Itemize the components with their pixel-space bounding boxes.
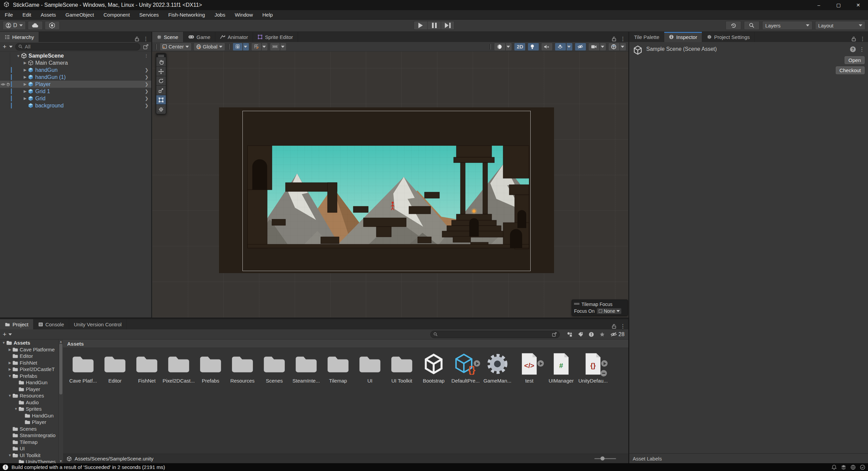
menu-window[interactable]: Window (230, 10, 257, 20)
scene-audio-button[interactable] (541, 43, 553, 51)
gizmos-button[interactable] (608, 43, 620, 51)
tab-project-settings[interactable]: Project Settings (702, 32, 755, 42)
alert-filter-icon[interactable] (589, 332, 594, 337)
asset-item-fishnet[interactable]: FishNet (131, 351, 163, 386)
step-button[interactable] (441, 21, 454, 30)
draw-mode-button[interactable] (494, 43, 506, 51)
toggle-2d-button[interactable]: 2D (514, 43, 526, 51)
overlay-drag-handle[interactable] (574, 304, 579, 305)
help-icon[interactable]: ? (850, 46, 856, 52)
grid-snapping-dropdown[interactable] (262, 43, 268, 51)
picking-hand-icon[interactable] (6, 82, 10, 86)
hierarchy-item-handgun-1-[interactable]: ▶handGun (1)❯ (0, 74, 151, 81)
lock-icon[interactable] (134, 36, 140, 42)
menu-assets[interactable]: Assets (36, 10, 61, 20)
move-tool-button[interactable] (156, 67, 166, 76)
panel-menu-icon[interactable]: ⋮ (143, 36, 149, 42)
expander-icon[interactable]: ▼ (16, 54, 21, 58)
tree-folder-editor[interactable]: Editor (0, 353, 58, 360)
filter-by-label-icon[interactable] (578, 332, 583, 337)
effects-dropdown[interactable] (567, 43, 573, 51)
expander-icon[interactable]: ▶ (22, 75, 28, 79)
focus-on-dropdown[interactable]: None (597, 308, 622, 314)
palette-drag-handle[interactable] (158, 55, 164, 56)
account-button[interactable]: D (3, 21, 26, 30)
hierarchy-search-input[interactable]: All (15, 43, 140, 50)
thumbnail-size-slider[interactable] (594, 458, 616, 459)
menu-jobs[interactable]: Jobs (210, 10, 230, 20)
prefab-open-arrow[interactable]: ❯ (145, 89, 149, 94)
hidden-items-toggle[interactable]: 28 (610, 331, 625, 337)
hierarchy-item-background[interactable]: background❯ (0, 102, 151, 109)
asset-open-badge[interactable] (601, 360, 608, 367)
tab-game[interactable]: Game (183, 32, 216, 42)
tree-folder-player[interactable]: Player (0, 419, 58, 426)
asset-item-cave-platf-[interactable]: Cave Platf... (67, 351, 99, 386)
tree-folder-handgun[interactable]: HandGun (0, 379, 58, 386)
asset-open-badge[interactable] (537, 360, 544, 367)
tab-inspector[interactable]: Inspector (664, 32, 702, 42)
grid-snap-dropdown[interactable] (243, 43, 249, 51)
asset-labels-section[interactable]: Asset Labels (629, 453, 868, 463)
tab-hierarchy[interactable]: Hierarchy (0, 32, 39, 42)
tab-sprite-editor[interactable]: Sprite Editor (253, 32, 298, 42)
lock-icon[interactable] (611, 324, 617, 329)
hierarchy-item-grid-1[interactable]: ▶Grid 1❯ (0, 88, 151, 95)
draw-mode-dropdown[interactable] (506, 43, 512, 51)
menu-component[interactable]: Component (99, 10, 135, 20)
tab-project[interactable]: Project (0, 319, 34, 329)
tab-unity-version-control[interactable]: Unity Version Control (69, 319, 127, 329)
panel-menu-icon[interactable]: ⋮ (620, 323, 626, 329)
prefab-open-arrow[interactable]: ❯ (145, 75, 149, 80)
prefab-open-arrow[interactable]: ❯ (145, 82, 149, 87)
inspector-menu-icon[interactable]: ⋮ (859, 46, 865, 53)
scene-visibility-button[interactable] (575, 43, 586, 51)
hierarchy-item-samplescene[interactable]: ▼SampleScene⋮ (0, 52, 151, 59)
menu-help[interactable]: Help (258, 10, 278, 20)
tree-folder-handgun[interactable]: HandGun (0, 412, 58, 419)
tab-animator[interactable]: Animator (215, 32, 253, 42)
tree-folder-fishnet[interactable]: ▶FishNet (0, 360, 58, 366)
tree-folder-audio[interactable]: Audio (0, 399, 58, 406)
notifications-icon[interactable] (831, 465, 837, 470)
minimize-button[interactable]: – (809, 0, 829, 10)
tree-folder-tilemap[interactable]: Tilemap (0, 439, 58, 446)
snap-increment-dropdown[interactable] (280, 43, 287, 51)
visibility-gutter[interactable] (0, 102, 10, 109)
transform-tool-button[interactable] (156, 105, 166, 114)
gizmos-dropdown[interactable] (620, 43, 626, 51)
asset-item-resources[interactable]: Resources (226, 351, 258, 386)
expander-icon[interactable]: ▼ (7, 374, 12, 378)
tree-folder-assets[interactable]: ▼Assets (0, 340, 58, 346)
layers-dropdown[interactable]: Layers (762, 21, 812, 30)
asset-item-uimanager[interactable]: #UIManager (545, 351, 577, 386)
panel-menu-icon[interactable]: ⋮ (860, 36, 865, 42)
visibility-gutter[interactable] (0, 59, 10, 66)
asset-item-prefabs[interactable]: Prefabs (195, 351, 226, 386)
scrollbar-thumb[interactable] (59, 344, 62, 394)
asset-item-pixel2dcast-[interactable]: Pixel2DCast... (163, 351, 195, 386)
close-button[interactable]: ✕ (848, 0, 868, 10)
tab-tile-palette[interactable]: Tile Palette (629, 32, 664, 42)
breadcrumb-path[interactable]: Assets/Scenes/SampleScene.unity (75, 456, 154, 462)
menu-file[interactable]: File (0, 10, 18, 20)
visibility-gutter[interactable] (0, 95, 10, 102)
hand-tool-button[interactable] (156, 57, 166, 66)
expander-icon[interactable]: ▶ (7, 348, 12, 351)
network-status-icon[interactable] (850, 465, 856, 470)
chevron-down-icon[interactable] (8, 333, 12, 335)
tool-pivot-button[interactable]: Center (160, 43, 192, 51)
menu-fish-networking[interactable]: Fish-Networking (163, 10, 210, 20)
pick-window-icon[interactable] (143, 44, 149, 49)
visibility-gutter[interactable] (0, 74, 10, 81)
tree-folder-steamintegratio[interactable]: SteamIntegratio (0, 432, 58, 439)
expander-icon[interactable]: ▶ (22, 68, 28, 72)
layout-dropdown[interactable]: Layout (815, 21, 865, 30)
search-button[interactable] (744, 21, 760, 30)
visibility-gutter[interactable] (0, 66, 10, 74)
tree-folder-sprites[interactable]: ▼Sprites (0, 406, 58, 412)
favorites-icon[interactable] (599, 332, 605, 337)
tree-folder-player[interactable]: Player (0, 386, 58, 393)
tab-console[interactable]: Console (34, 319, 69, 329)
rect-tool-button[interactable] (156, 95, 166, 104)
